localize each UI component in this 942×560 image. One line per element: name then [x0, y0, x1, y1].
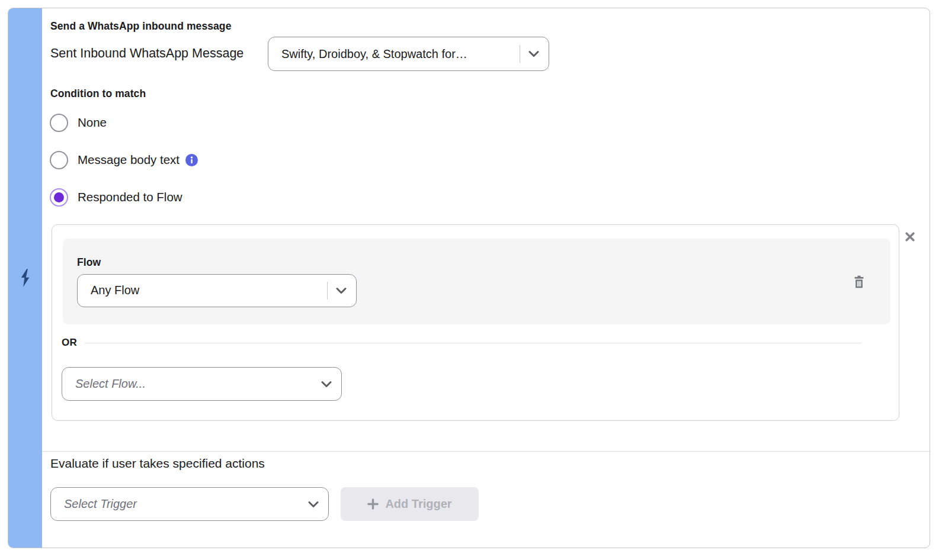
select-trigger-dropdown[interactable]: Select Trigger — [50, 487, 329, 521]
chevron-down-icon — [321, 381, 332, 388]
radio-option-message-body-text[interactable]: Message body text — [50, 150, 198, 169]
radio-button[interactable] — [50, 114, 68, 132]
radio-option-responded-to-flow[interactable]: Responded to Flow — [50, 188, 182, 207]
or-divider-line — [85, 343, 861, 343]
trigger-card: Send a WhatsApp inbound message Sent Inb… — [8, 8, 930, 548]
radio-label: None — [78, 115, 107, 130]
section-divider — [42, 451, 930, 452]
evaluate-section-title: Evaluate if user takes specified actions — [50, 456, 265, 471]
chevron-down-icon — [308, 501, 319, 508]
flow-select-value: Any Flow — [91, 284, 321, 297]
or-label: OR — [62, 337, 77, 349]
lightning-bolt-icon — [18, 268, 33, 288]
radio-option-none[interactable]: None — [50, 113, 107, 132]
chevron-down-icon — [528, 50, 539, 57]
radio-label: Message body text — [78, 153, 180, 167]
radio-label: Responded to Flow — [78, 190, 182, 204]
flow-condition-card: Flow Any Flow — [63, 239, 890, 324]
select-trigger-placeholder: Select Trigger — [64, 497, 308, 511]
inbound-message-select[interactable]: Swifty, Droidboy, & Stopwatch for… — [268, 37, 549, 71]
add-trigger-button[interactable]: Add Trigger — [341, 487, 479, 521]
inbound-message-select-value: Swifty, Droidboy, & Stopwatch for… — [281, 47, 514, 61]
flow-field-label: Flow — [77, 256, 357, 269]
or-divider: OR — [62, 337, 861, 349]
message-field-label: Sent Inbound WhatsApp Message — [50, 46, 243, 61]
select-divider — [327, 282, 328, 300]
select-divider — [520, 45, 520, 63]
add-trigger-label: Add Trigger — [385, 497, 451, 511]
radio-button[interactable] — [50, 151, 68, 169]
select-flow-placeholder: Select Flow... — [75, 377, 321, 391]
radio-button-selected[interactable] — [50, 188, 68, 207]
section-title-inbound-message: Send a WhatsApp inbound message — [50, 20, 232, 33]
select-flow-dropdown[interactable]: Select Flow... — [62, 367, 342, 401]
plus-icon — [367, 498, 379, 510]
workflow-trigger-panel: Send a WhatsApp inbound message Sent Inb… — [0, 0, 942, 560]
info-icon[interactable] — [185, 154, 198, 166]
trigger-accent-bar — [8, 8, 42, 548]
section-title-condition: Condition to match — [50, 88, 146, 100]
delete-flow-condition-button[interactable] — [851, 273, 867, 290]
chevron-down-icon — [336, 287, 347, 294]
flow-condition-group: Flow Any Flow — [52, 224, 899, 421]
remove-condition-button[interactable] — [905, 231, 915, 242]
trash-icon — [853, 275, 866, 289]
flow-select-column: Flow Any Flow — [77, 256, 357, 307]
close-icon — [905, 231, 915, 242]
trigger-card-content: Send a WhatsApp inbound message Sent Inb… — [42, 8, 930, 548]
flow-select[interactable]: Any Flow — [77, 274, 357, 307]
